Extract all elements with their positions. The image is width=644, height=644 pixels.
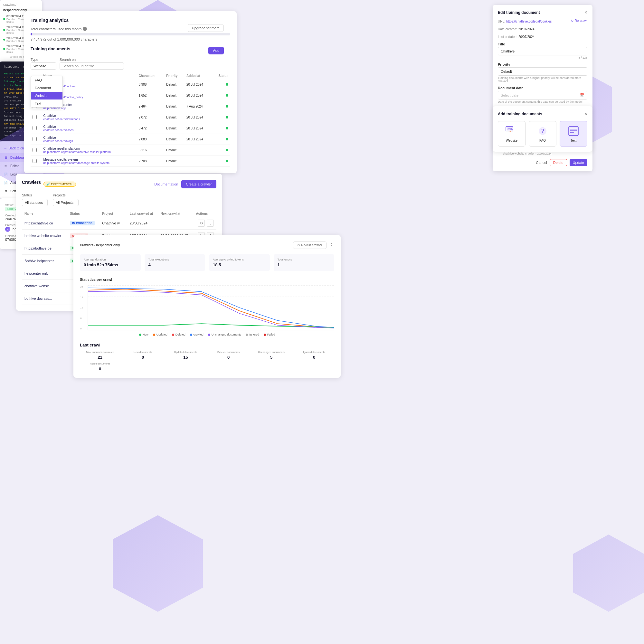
row-checkbox[interactable] <box>31 123 41 134</box>
row-date: 20 Jul 2024 <box>185 112 212 123</box>
title-input[interactable] <box>498 47 587 55</box>
add-doc-option-text[interactable]: Text <box>560 121 587 147</box>
unchanged-line <box>88 291 334 328</box>
more-action-icon[interactable]: ⋮ <box>207 220 214 227</box>
user-avatar: B <box>5 227 10 232</box>
add-doc-button[interactable]: Add <box>208 47 224 54</box>
crawlers-title-wrap: Crawlers 🧪 EXPERIMENTAL <box>22 180 76 189</box>
row-checkbox[interactable] <box>31 145 41 156</box>
checkbox[interactable] <box>33 148 37 152</box>
updated-line <box>88 289 334 327</box>
row-status <box>212 112 230 123</box>
documentation-link[interactable]: Documentation <box>154 182 178 186</box>
row-chars: 1,652 <box>137 90 164 101</box>
refresh-action-icon[interactable]: ↻ <box>198 220 205 227</box>
y-24: 24 <box>80 285 83 288</box>
stat-value: 4 <box>148 262 202 267</box>
checkbox[interactable] <box>33 126 37 130</box>
text-icon-wrap <box>567 125 580 137</box>
filters-row: Type FAQ Document Website Text FAQ Docum… <box>31 58 230 70</box>
legend-label: Failed <box>267 333 275 336</box>
char-count: 8 / 128 <box>498 56 587 59</box>
info-icon: i <box>83 27 87 31</box>
stat-value: 18.5 <box>213 262 266 267</box>
re-crawl-button[interactable]: ↻ Re-crawl <box>571 19 587 23</box>
last-crawl-grid: Total documents crawled 21 New documents… <box>80 351 334 371</box>
row-status <box>212 134 230 145</box>
dropdown-faq[interactable]: FAQ <box>31 76 62 84</box>
dropdown-document[interactable]: Document <box>31 84 62 92</box>
type-select[interactable]: FAQ Document Website Text <box>31 62 56 70</box>
row-priority: Default <box>164 90 185 101</box>
stat-card: Total executions 4 <box>145 254 205 271</box>
row-name: Chathive reseller platform help.chathive… <box>41 145 137 156</box>
add-doc-option-website[interactable]: HTML CSS Website <box>498 121 526 147</box>
add-training-close[interactable]: × <box>584 111 587 117</box>
url-row: URL: https://chathive.co/legal/cookies ↻… <box>498 19 587 24</box>
legend-item: Deleted <box>172 333 185 336</box>
checkbox[interactable] <box>33 159 37 163</box>
crawler-status: IN PROGRESS <box>67 217 99 230</box>
crawlers-title: Crawlers <box>22 180 41 185</box>
add-doc-label: Website <box>506 139 517 142</box>
last-updated-row: Last updated: 20/07/2024 <box>498 34 587 39</box>
row-chars: 2,464 <box>137 101 164 112</box>
stat-label: Average duration <box>84 258 137 261</box>
col-priority: Priority <box>164 73 185 79</box>
stat-label: Average crawled tokens <box>213 258 266 261</box>
row-name: Chathive chathive.co/learn/blogs <box>41 134 137 145</box>
edit-doc-close[interactable]: × <box>584 10 587 15</box>
usage-label-text: Total characters used this month <box>31 27 81 31</box>
col-chars: Characters <box>137 73 164 79</box>
crawler-name: Bothive helpcenter <box>22 255 67 267</box>
add-doc-option-faq[interactable]: ? FAQ <box>529 121 556 147</box>
crawlers-actions: Documentation Create a crawler <box>154 180 216 188</box>
url-label: URL: <box>498 20 505 23</box>
search-input[interactable] <box>60 62 124 70</box>
row-checkbox[interactable] <box>31 134 41 145</box>
projects-filter-select[interactable]: All Projects <box>53 199 79 206</box>
legend-item: New <box>139 333 148 336</box>
last-crawl-item: Unchanged documents 5 <box>251 351 291 360</box>
dropdown-text[interactable]: Text <box>31 99 62 107</box>
table-row: Chathive chathive.co/learn/downloads 2,0… <box>31 112 230 123</box>
date-created-value: 20/07/2024 <box>518 27 534 31</box>
upgrade-button[interactable]: Upgrade for more <box>188 24 224 32</box>
row-chars: 2,080 <box>137 134 164 145</box>
legend-label: Unchanged documents <box>212 333 241 336</box>
last-crawl-item: Deleted documents 0 <box>208 351 249 360</box>
last-crawl-item-label: Failed documents <box>80 362 120 365</box>
priority-select[interactable]: Default <box>498 67 587 76</box>
chart-section: Statistics per crawl 24 18 12 6 0 <box>80 278 334 336</box>
legend-dot <box>172 334 174 336</box>
checkbox[interactable] <box>33 137 37 141</box>
checkbox[interactable] <box>33 115 37 119</box>
update-button[interactable]: Update <box>570 159 587 166</box>
last-crawl-item-value: 0 <box>80 366 120 371</box>
cancel-button[interactable]: Cancel <box>536 159 547 166</box>
last-crawl-item-value: 5 <box>251 355 291 360</box>
row-date <box>185 156 212 167</box>
faq-icon-wrap: ? <box>536 125 549 137</box>
crawler-name: https://bothive.be <box>22 242 67 255</box>
stat-card: Average crawled tokens 18.5 <box>209 254 270 271</box>
status-indicator <box>226 138 228 140</box>
title-field-row: Title 8 / 128 <box>498 42 587 59</box>
doc-date-input[interactable]: Select date 📅 <box>498 91 587 99</box>
create-crawler-button[interactable]: Create a crawler <box>181 180 216 188</box>
last-crawl-item: New documents 0 <box>123 351 163 360</box>
usage-text: 7,434,972 out of 1,000,000,000 character… <box>31 37 230 41</box>
settings-icon: ⚙ <box>4 189 8 193</box>
status-indicator <box>226 127 228 129</box>
last-crawl-item-label: New documents <box>123 351 163 354</box>
more-button[interactable]: ⋮ <box>329 242 334 248</box>
status-filter-select[interactable]: All statuses <box>22 199 48 206</box>
dropdown-website[interactable]: Website <box>31 92 62 99</box>
svg-rect-5 <box>569 127 578 136</box>
re-run-button[interactable]: ↻ Re-run crawler <box>293 241 327 249</box>
last-crawl-item: Failed documents 0 <box>80 362 120 371</box>
delete-button[interactable]: Delete <box>550 159 567 166</box>
type-dropdown: FAQ Document Website Text <box>31 76 63 108</box>
row-checkbox[interactable] <box>31 156 41 167</box>
row-checkbox[interactable] <box>31 112 41 123</box>
